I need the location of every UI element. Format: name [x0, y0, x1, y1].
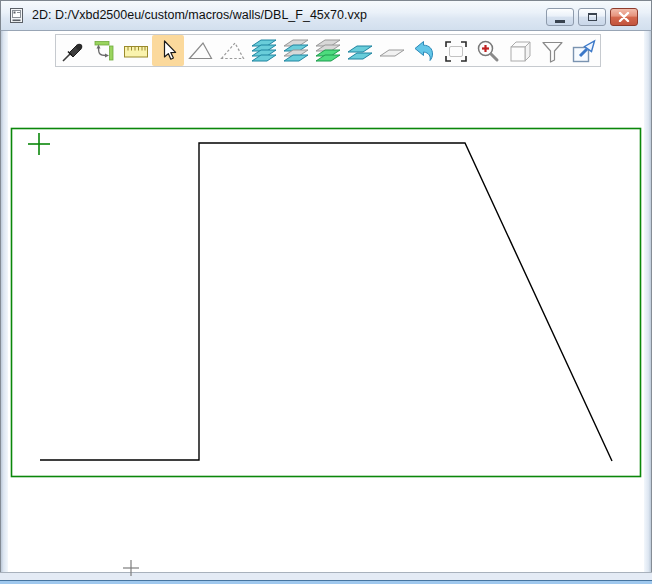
polygon-ghost-tool[interactable]: [216, 35, 248, 66]
maximize-button[interactable]: [578, 8, 606, 26]
window-title: 2D: D:/Vxbd2500eu/custom/macros/walls/DB…: [32, 8, 367, 22]
layer-single-icon: [378, 38, 406, 64]
titlebar[interactable]: 2D: D:/Vxbd2500eu/custom/macros/walls/DB…: [0, 1, 652, 31]
dimension-arrow-icon: [91, 38, 117, 64]
2d-document-icon: [9, 8, 25, 24]
pin-tool[interactable]: [56, 35, 88, 66]
ruler-icon: [122, 38, 150, 64]
close-icon: [618, 12, 630, 22]
minimize-button[interactable]: [546, 8, 574, 26]
layers-stack-green-icon: [314, 38, 342, 64]
drawing-viewport[interactable]: [8, 31, 644, 572]
pushpin-icon: [59, 38, 85, 64]
window-frame-blue-band: [0, 580, 652, 584]
toolbar: [55, 34, 601, 67]
app-window: 2D: D:/Vxbd2500eu/custom/macros/walls/DB…: [0, 0, 652, 584]
maximize-icon: [588, 13, 597, 21]
undo-arrow-icon: [411, 38, 437, 64]
dimension-tool[interactable]: [88, 35, 120, 66]
filter-tool[interactable]: [536, 35, 568, 66]
select-tool[interactable]: [152, 35, 184, 66]
layers-pair-tool[interactable]: [344, 35, 376, 66]
funnel-icon: [539, 38, 565, 64]
layers-alternate-tool[interactable]: [280, 35, 312, 66]
window-frame-right: [644, 31, 652, 580]
layers-two-cyan-icon: [346, 38, 374, 64]
triangle-outline-icon: [187, 38, 213, 64]
minimize-icon: [555, 20, 565, 23]
zoom-extents-icon: [443, 38, 469, 64]
cursor-arrow-icon: [155, 38, 181, 64]
export-arrow-icon: [571, 38, 597, 64]
layers-all-tool[interactable]: [248, 35, 280, 66]
polygon-tool[interactable]: [184, 35, 216, 66]
window-frame-left: [0, 31, 8, 580]
layers-stack-mixed-icon: [282, 38, 310, 64]
zoom-in-tool[interactable]: [472, 35, 504, 66]
layers-stack-cyan-icon: [250, 38, 278, 64]
window-frame-bottom: [0, 572, 652, 580]
window-controls: [546, 8, 638, 26]
zoom-in-icon: [475, 38, 501, 64]
triangle-dashed-icon: [219, 38, 245, 64]
layer-single-tool[interactable]: [376, 35, 408, 66]
undo-tool[interactable]: [408, 35, 440, 66]
layers-active-tool[interactable]: [312, 35, 344, 66]
export-view-tool[interactable]: [568, 35, 600, 66]
close-button[interactable]: [610, 8, 638, 26]
zoom-extents-tool[interactable]: [440, 35, 472, 66]
solid-view-tool[interactable]: [504, 35, 536, 66]
cube-icon: [507, 38, 533, 64]
ruler-tool[interactable]: [120, 35, 152, 66]
